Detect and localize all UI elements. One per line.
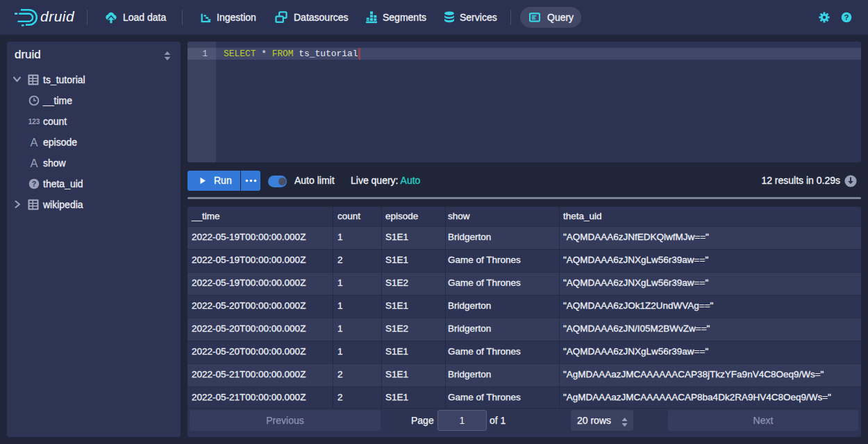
svg-text:?: ?	[844, 13, 849, 22]
svg-text:?: ?	[32, 180, 36, 188]
